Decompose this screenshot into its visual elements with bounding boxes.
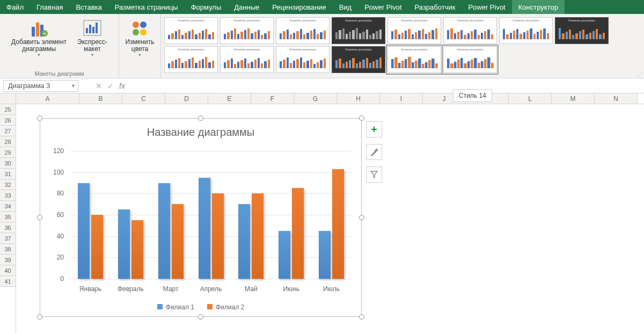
row-header[interactable]: 30 [0, 158, 16, 169]
ribbon-tab[interactable]: Рецензирование [266, 0, 332, 14]
chart-filter-button[interactable] [366, 166, 382, 183]
select-all-corner[interactable] [0, 93, 16, 104]
embedded-chart[interactable]: Название диаграммы 020406080100120 Январ… [40, 118, 362, 317]
svg-rect-0 [32, 27, 35, 37]
ribbon-tab[interactable]: Разметка страницы [108, 0, 185, 14]
chart-style-thumb[interactable]: Название диаграммы [220, 46, 274, 73]
chart-bar[interactable] [212, 193, 224, 279]
quick-layout-button[interactable]: Экспресс- макет ▼ [74, 16, 111, 59]
column-header[interactable]: C [122, 93, 165, 104]
chart-bar[interactable] [238, 204, 250, 279]
chart-bar[interactable] [158, 183, 170, 279]
ribbon-tab[interactable]: Power Pivot [358, 0, 408, 14]
chart-style-thumb[interactable]: Название диаграммы [332, 46, 385, 73]
chart-bar[interactable] [252, 193, 264, 279]
chart-bar[interactable] [199, 178, 210, 279]
column-header[interactable]: I [380, 93, 423, 104]
worksheet: 2526272829303132333435363738394041 ABCDE… [0, 93, 644, 333]
row-header[interactable]: 37 [0, 233, 16, 244]
row-header[interactable]: 26 [0, 115, 16, 126]
chart-style-thumb[interactable]: Название диаграммы [164, 46, 218, 73]
chart-style-thumb[interactable]: Название диаграммы [499, 17, 553, 44]
chart-style-thumb[interactable]: Название диаграммы [332, 17, 385, 44]
legend-item[interactable]: Филиал 2 [207, 303, 244, 311]
x-tick-label: Февраль [111, 285, 151, 293]
column-header[interactable]: F [251, 93, 294, 104]
row-header[interactable]: 29 [0, 147, 16, 158]
ribbon-tab[interactable]: Вставка [69, 0, 108, 14]
chart-style-thumb[interactable]: Название диаграммы [387, 17, 441, 44]
row-header[interactable]: 33 [0, 190, 16, 201]
svg-point-11 [140, 21, 147, 28]
svg-text:+: + [43, 31, 46, 37]
chart-bar[interactable] [319, 231, 331, 279]
ribbon-tab[interactable]: Данные [228, 0, 266, 14]
column-header[interactable]: E [208, 93, 251, 104]
row-header[interactable]: 41 [0, 276, 16, 287]
legend-item[interactable]: Филиал 1 [157, 303, 194, 311]
column-header[interactable]: B [79, 93, 122, 104]
column-header[interactable]: L [509, 93, 552, 104]
chart-bar[interactable] [131, 220, 143, 279]
ribbon-tab[interactable]: Разработчик [408, 0, 462, 14]
chart-style-thumb[interactable]: Название диаграммы [443, 17, 497, 44]
name-box[interactable]: Диаграмма 3 ▼ [3, 80, 78, 92]
row-header[interactable]: 40 [0, 265, 16, 276]
chart-bar[interactable] [78, 183, 90, 279]
ribbon-tab[interactable]: Вид [333, 0, 358, 14]
ribbon-tab[interactable]: Файл [0, 0, 30, 14]
svg-rect-1 [36, 23, 39, 37]
row-header[interactable]: 38 [0, 244, 16, 255]
chart-style-thumb[interactable]: Название диаграммы [276, 46, 330, 73]
column-header[interactable]: D [165, 93, 208, 104]
row-header[interactable]: 31 [0, 169, 16, 179]
chart-bar[interactable] [332, 169, 344, 279]
enter-icon[interactable]: ✓ [107, 82, 114, 90]
chart-style-thumb[interactable]: Название диаграммы [555, 17, 609, 44]
chart-elements-button[interactable]: + [366, 121, 382, 137]
row-header[interactable]: 39 [0, 255, 16, 265]
row-header[interactable]: 34 [0, 201, 16, 212]
svg-rect-7 [89, 25, 91, 33]
ribbon-tab[interactable]: Power Pivot [462, 0, 511, 14]
column-header[interactable]: G [294, 93, 337, 104]
chart-bar[interactable] [91, 215, 103, 279]
plot-area [70, 151, 352, 279]
row-header[interactable]: 27 [0, 126, 16, 136]
row-header[interactable]: 36 [0, 222, 16, 233]
row-header[interactable]: 28 [0, 136, 16, 147]
x-axis-labels: ЯнварьФевральМартАпрельМайИюньИюль [70, 285, 352, 293]
chart-bar[interactable] [172, 204, 184, 279]
fx-icon[interactable]: fx [119, 82, 125, 90]
row-headers: 2526272829303132333435363738394041 [0, 93, 16, 333]
chart-style-thumb[interactable]: Название диаграммы [276, 17, 330, 44]
chart-bar[interactable] [279, 231, 290, 279]
y-axis: 020406080100120 [40, 151, 67, 279]
change-colors-button[interactable]: Изменить цвета ▼ [122, 16, 157, 59]
change-colors-label: Изменить цвета [125, 39, 154, 53]
row-header[interactable]: 35 [0, 212, 16, 222]
x-tick-label: Май [231, 285, 271, 293]
row-header[interactable]: 32 [0, 179, 16, 190]
chart-bar[interactable] [292, 188, 304, 279]
chart-bar[interactable] [118, 209, 130, 279]
chart-style-thumb[interactable]: Название диаграммы [164, 17, 218, 44]
row-header[interactable]: 25 [0, 104, 16, 115]
chart-style-thumb[interactable]: Название диаграммы [443, 46, 497, 73]
chart-style-thumb[interactable]: Название диаграммы [387, 46, 441, 73]
chart-title[interactable]: Название диаграммы [40, 119, 361, 142]
ribbon-tab[interactable]: Конструктор [512, 0, 565, 14]
chart-styles-button[interactable] [366, 144, 382, 160]
cancel-icon[interactable]: ✕ [96, 82, 102, 90]
gallery-expand-icon[interactable]: ⋰ [638, 71, 643, 77]
column-header[interactable]: A [16, 93, 79, 104]
add-chart-element-button[interactable]: + Добавить элемент диаграммы ▼ [8, 16, 70, 59]
ribbon-tab[interactable]: Главная [30, 0, 69, 14]
chart-element-icon: + [28, 17, 50, 39]
column-header[interactable]: N [595, 93, 638, 104]
svg-point-13 [140, 29, 147, 35]
chart-style-thumb[interactable]: Название диаграммы [220, 17, 274, 44]
column-header[interactable]: H [337, 93, 380, 104]
ribbon-tab[interactable]: Формулы [185, 0, 228, 14]
column-header[interactable]: M [552, 93, 595, 104]
